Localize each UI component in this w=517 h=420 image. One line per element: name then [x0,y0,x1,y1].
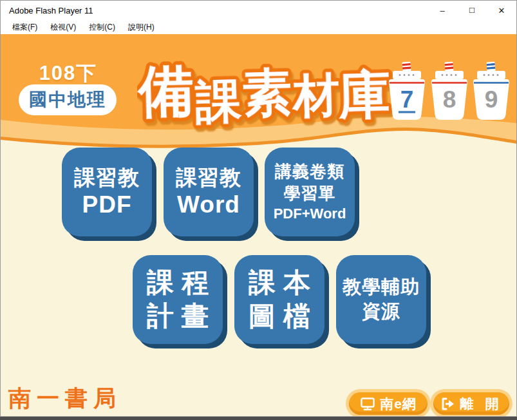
button-label-line: 課習教 [176,164,241,191]
exit-label: 離 開 [460,395,503,413]
button-label-line: PDF [82,191,132,219]
exit-button[interactable]: 離 開 [433,392,509,415]
titlebar: Adobe Flash Player 11 – ☐ ✕ [1,1,516,21]
flash-stage: 108下 國中地理 備 課 素 材 庫 [1,34,516,416]
teaching-aids-button[interactable]: 教學輔助 資源 [336,255,426,344]
publisher-logo: 南一書局 [8,383,122,414]
kexijiao-pdf-button[interactable]: 課習教 PDF [62,148,152,236]
button-label-line: 課程 [139,266,216,300]
menubar: 檔案(F) 檢視(V) 控制(C) 說明(H) [1,21,516,34]
title-char-5: 庫 [337,66,391,124]
nan-e-web-button[interactable]: 南e網 [349,392,428,415]
window-controls: – ☐ ✕ [428,1,516,21]
title-char-2: 課 [194,75,243,128]
title-char-3: 素 [241,64,293,122]
grade-8-boat-tab[interactable]: 8 [430,61,469,121]
menu-help[interactable]: 說明(H) [122,21,161,34]
semester-label: 108下 [20,60,117,87]
grade-7-number: 7 [400,86,414,113]
button-label-line: 學習單 [284,183,336,205]
minimize-button[interactable]: – [428,1,457,21]
exit-icon [440,397,456,411]
menu-control[interactable]: 控制(C) [82,21,122,34]
button-label-line: 課本 [241,266,318,300]
button-label-line: 課習教 [74,164,140,191]
button-label-line: Word [177,191,240,219]
textbook-images-button[interactable]: 課本 圖檔 [234,255,324,344]
grade-8-number: 8 [443,86,456,113]
grade-9-boat-tab[interactable]: 9 [472,61,511,121]
button-label-line: 教學輔助 [343,275,420,300]
nan-e-web-label: 南e網 [380,395,417,413]
menu-file[interactable]: 檔案(F) [6,21,44,34]
button-label-line: 資源 [362,300,400,324]
button-label-line: 圖檔 [241,300,318,334]
monitor-icon [360,397,375,411]
button-label-line: 講義卷類 [275,161,344,183]
grade-7-boat-tab[interactable]: 7 [388,61,426,121]
taskbar-edge [0,417,517,420]
subject-badge: 國中地理 [19,84,117,115]
title-char-1: 備 [137,59,194,122]
worksheets-pdf-word-button[interactable]: 講義卷類 學習單 PDF+Word [265,148,355,236]
window-title: Adobe Flash Player 11 [1,6,93,15]
title-char-4: 材 [290,69,340,122]
app-title: 備 課 素 材 庫 [137,39,393,135]
kexijiao-word-button[interactable]: 課習教 Word [164,148,254,236]
curriculum-plan-button[interactable]: 課程 計畫 [133,255,223,344]
flash-player-window: Adobe Flash Player 11 – ☐ ✕ 檔案(F) 檢視(V) … [0,0,517,417]
button-label-line: 計畫 [139,300,216,334]
menu-view[interactable]: 檢視(V) [44,21,82,34]
maximize-button[interactable]: ☐ [457,1,487,21]
close-button[interactable]: ✕ [487,1,516,21]
grade-9-number: 9 [485,86,498,113]
button-label-line: PDF+Word [274,205,346,224]
subject-label: 國中地理 [29,88,106,112]
